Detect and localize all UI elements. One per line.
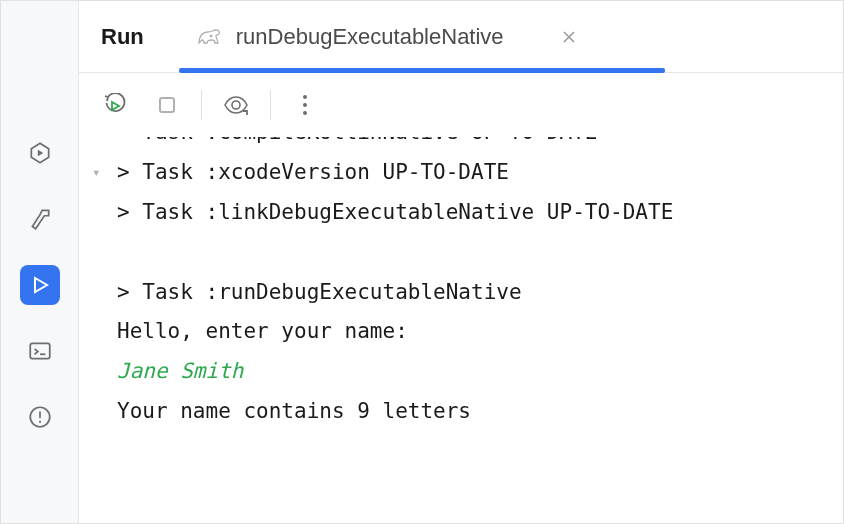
- svg-point-16: [303, 111, 307, 115]
- view-mode-button[interactable]: [218, 87, 254, 123]
- run-config-tab[interactable]: runDebugExecutableNative: [196, 24, 580, 50]
- svg-point-13: [232, 101, 240, 109]
- stop-button[interactable]: [149, 87, 185, 123]
- stop-icon: [157, 95, 177, 115]
- elephant-gradle-icon: [196, 26, 222, 48]
- run-rail-button[interactable]: [20, 265, 60, 305]
- console-result: Your name contains 9 letters: [117, 392, 825, 432]
- console-line: [117, 233, 825, 273]
- console-line: > Task :runDebugExecutableNative: [117, 273, 825, 313]
- rerun-button[interactable]: [97, 87, 133, 123]
- services-rail-button[interactable]: [20, 133, 60, 173]
- kebab-icon: [302, 94, 308, 116]
- svg-point-7: [38, 421, 40, 423]
- warning-circle-icon: [27, 404, 53, 430]
- terminal-icon: [27, 338, 53, 364]
- close-tab-button[interactable]: [558, 26, 580, 48]
- console-line: Task :compileKotlinNative UP-TO-DATE: [117, 137, 825, 153]
- console-prompt: Hello, enter your name:: [117, 312, 825, 352]
- run-config-tab-label: runDebugExecutableNative: [236, 24, 504, 50]
- toolbar-separator: [270, 90, 271, 120]
- close-icon: [562, 30, 576, 44]
- hammer-icon: [27, 206, 53, 232]
- console-output[interactable]: ▾ Task :compileKotlinNative UP-TO-DATE >…: [79, 137, 843, 523]
- console-line: > Task :xcodeVersion UP-TO-DATE: [117, 153, 825, 193]
- svg-marker-11: [112, 102, 119, 110]
- eye-icon: [223, 95, 249, 115]
- problems-rail-button[interactable]: [20, 397, 60, 437]
- svg-point-14: [303, 95, 307, 99]
- svg-point-15: [303, 103, 307, 107]
- left-tool-rail: [1, 1, 79, 523]
- rerun-icon: [103, 93, 127, 117]
- toolbar-separator: [201, 90, 202, 120]
- more-actions-button[interactable]: [287, 87, 323, 123]
- build-rail-button[interactable]: [20, 199, 60, 239]
- run-toolbar: [79, 73, 843, 137]
- terminal-rail-button[interactable]: [20, 331, 60, 371]
- svg-rect-12: [160, 98, 174, 112]
- svg-point-8: [210, 35, 212, 37]
- active-tab-underline: [179, 68, 665, 73]
- svg-marker-1: [37, 150, 42, 157]
- svg-marker-2: [35, 278, 47, 292]
- hexagon-play-icon: [27, 140, 53, 166]
- console-user-input: Jane Smith: [117, 352, 825, 392]
- main-panel: Run runDebugExecutableNative: [79, 1, 843, 523]
- fold-indicator[interactable]: ▾: [92, 159, 100, 186]
- svg-rect-3: [30, 343, 50, 358]
- run-tabs-bar: Run runDebugExecutableNative: [79, 1, 843, 73]
- play-icon: [28, 273, 52, 297]
- run-tool-window-label[interactable]: Run: [101, 24, 144, 50]
- console-line: > Task :linkDebugExecutableNative UP-TO-…: [117, 193, 825, 233]
